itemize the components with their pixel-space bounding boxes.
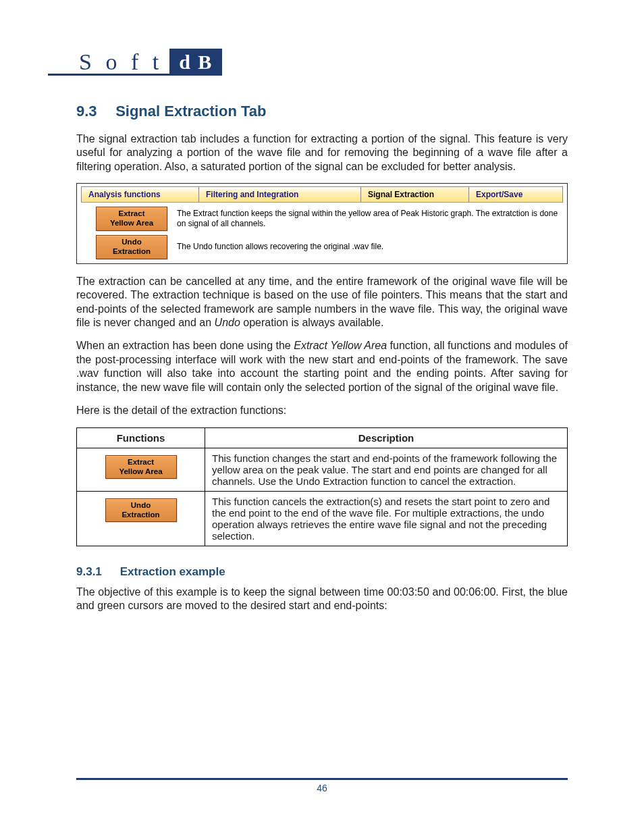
undo-description: The Undo function allows recovering the … [177,242,383,253]
subsection-heading: 9.3.1 Extraction example [76,565,568,579]
italic-extract-yellow-area: Extract Yellow Area [294,340,387,351]
paragraph-detail-intro: Here is the detail of the extraction fun… [76,404,568,417]
extract-description: The Extract function keeps the signal wi… [177,209,563,230]
undo-extraction-button[interactable]: Undo Extraction [105,498,177,523]
italic-undo: Undo [215,317,240,328]
paragraph-extract-yellow: When an extraction has been done using t… [76,339,568,394]
paragraph-cancel: The extraction can be cancelled at any t… [76,275,568,330]
logo-left: S o f t [76,49,169,74]
ui-row-undo: Undo Extraction The Undo function allows… [96,235,563,259]
tab-export-save[interactable]: Export/Save [469,186,563,203]
text: When an extraction has been done using t… [76,340,294,351]
table-desc: This function cancels the extraction(s) … [205,491,568,546]
logo-right: d B [169,49,222,74]
text: operation is always available. [240,317,384,328]
tab-filtering-integration[interactable]: Filtering and Integration [199,186,361,203]
extract-yellow-area-button[interactable]: Extract Yellow Area [96,207,167,231]
tab-signal-extraction[interactable]: Signal Extraction [361,186,469,203]
tab-analysis-functions[interactable]: Analysis functions [81,186,199,203]
subsection-number: 9.3.1 [76,565,117,579]
tab-bar: Analysis functions Filtering and Integra… [81,186,563,203]
section-number: 9.3 [76,103,111,120]
ui-panel-screenshot: Analysis functions Filtering and Integra… [76,183,568,263]
ui-row-extract: Extract Yellow Area The Extract function… [96,207,563,231]
example-paragraph: The objective of this example is to keep… [76,585,568,613]
col-functions: Functions [77,427,205,448]
page-number: 46 [317,783,327,793]
section-title: Signal Extraction Tab [115,103,266,120]
table-row: Extract Yellow Area This function change… [77,448,568,491]
subsection-title: Extraction example [120,565,225,578]
undo-extraction-button[interactable]: Undo Extraction [96,235,167,259]
page-footer: 46 [76,778,568,793]
col-description: Description [205,427,568,448]
logo: S o f t d B [48,49,222,76]
footer-rule [76,778,568,780]
brand-header: S o f t d B [76,49,568,76]
table-row: Undo Extraction This function cancels th… [77,491,568,546]
intro-paragraph: The signal extraction tab includes a fun… [76,132,568,174]
section-heading: 9.3 Signal Extraction Tab [76,103,568,120]
functions-table: Functions Description Extract Yellow Are… [76,427,568,546]
extract-yellow-area-button[interactable]: Extract Yellow Area [105,455,177,479]
table-desc: This function changes the start and end-… [205,448,568,491]
